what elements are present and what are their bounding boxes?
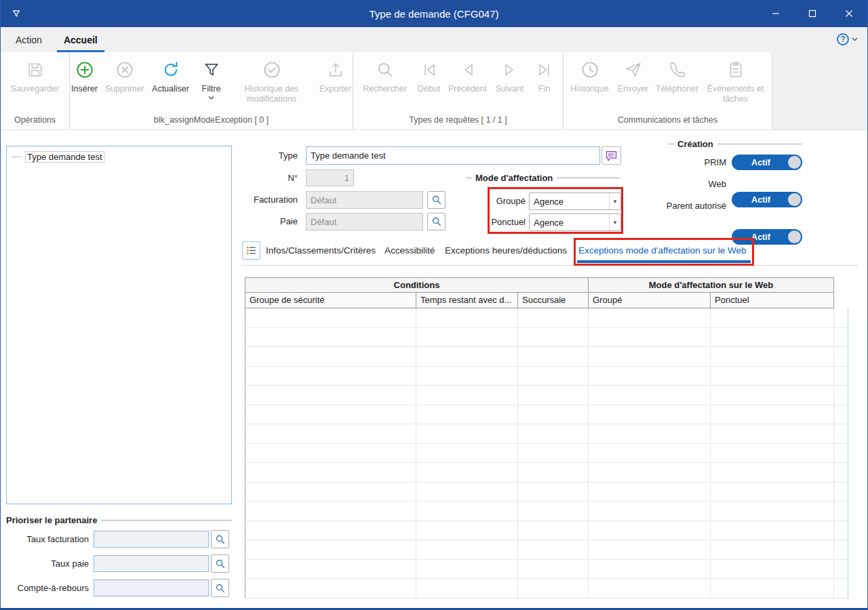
grid-cell[interactable]: [589, 308, 711, 327]
paie-input[interactable]: [306, 213, 423, 230]
grid-cell[interactable]: [245, 483, 416, 502]
grid-row[interactable]: [245, 444, 848, 464]
grid-cell[interactable]: [245, 444, 416, 463]
grid-cell[interactable]: [416, 386, 518, 405]
grid-cell[interactable]: [711, 483, 834, 502]
column-header-succursale[interactable]: Succursale: [517, 292, 589, 308]
grid-cell[interactable]: [518, 444, 589, 463]
facturation-input[interactable]: [306, 191, 423, 209]
events-tasks-button[interactable]: Événements et tâches: [702, 58, 770, 104]
grid-cell[interactable]: [589, 424, 711, 443]
prim-toggle[interactable]: Actif: [732, 155, 802, 170]
list-view-button[interactable]: [242, 241, 260, 260]
taux-paie-lookup-button[interactable]: [211, 554, 229, 573]
help-button[interactable]: ?: [837, 33, 858, 45]
grid-cell[interactable]: [416, 347, 518, 366]
grid-cell[interactable]: [245, 405, 416, 424]
grid-cell[interactable]: [245, 463, 416, 482]
grid-cell[interactable]: [711, 540, 834, 559]
tree-panel[interactable]: Type demande test: [6, 146, 232, 504]
grid-cell[interactable]: [416, 444, 518, 463]
grid-cell[interactable]: [518, 347, 589, 366]
save-button[interactable]: Sauvegarder: [3, 58, 67, 94]
grid-cell[interactable]: [589, 540, 711, 559]
grid-cell[interactable]: [711, 405, 834, 424]
grid-cell[interactable]: [518, 463, 589, 482]
grid-body[interactable]: [245, 308, 848, 598]
grid-cell[interactable]: [711, 502, 834, 521]
last-record-button[interactable]: Fin: [530, 58, 559, 94]
grid-cell[interactable]: [245, 502, 416, 521]
grid-cell[interactable]: [711, 367, 834, 386]
grid-cell[interactable]: [416, 540, 518, 559]
web-toggle[interactable]: Actif: [732, 192, 802, 207]
grid-cell[interactable]: [416, 367, 518, 386]
grid-cell[interactable]: [589, 386, 711, 405]
grid-cell[interactable]: [416, 579, 518, 598]
grid-cell[interactable]: [416, 463, 518, 482]
column-header-groupe[interactable]: Groupé: [588, 292, 711, 308]
grid-cell[interactable]: [518, 386, 589, 405]
grid-cell[interactable]: [416, 405, 518, 424]
grid-cell[interactable]: [245, 308, 416, 327]
grid-cell[interactable]: [589, 367, 711, 386]
grid-cell[interactable]: [416, 502, 518, 521]
grid-row[interactable]: [245, 560, 848, 580]
grid-cell[interactable]: [589, 328, 711, 347]
grid-cell[interactable]: [518, 579, 589, 598]
grid-row[interactable]: [245, 502, 848, 521]
tab-infos-classements-criteres[interactable]: Infos/Classements/Critères: [266, 245, 376, 256]
grid-cell[interactable]: [416, 424, 518, 443]
grid-cell[interactable]: [245, 347, 416, 366]
grid-cell[interactable]: [416, 308, 518, 327]
grid-cell[interactable]: [589, 502, 711, 521]
grid-row[interactable]: [245, 405, 848, 425]
grid-cell[interactable]: [245, 521, 416, 540]
grid-cell[interactable]: [245, 579, 416, 598]
maximize-button[interactable]: [794, 0, 831, 27]
grid-cell[interactable]: [711, 444, 834, 463]
grid-cell[interactable]: [518, 540, 589, 559]
tab-exceptions-heures-deductions[interactable]: Exceptions heures/déductions: [445, 245, 567, 256]
column-header-temps-restant[interactable]: Temps restant avec d...: [416, 292, 518, 308]
grid-cell[interactable]: [518, 502, 589, 521]
taux-facturation-input[interactable]: [94, 531, 209, 548]
comment-button[interactable]: [601, 146, 621, 165]
grid-cell[interactable]: [245, 367, 416, 386]
column-header-groupe-securite[interactable]: Groupe de sécurité: [245, 292, 416, 308]
grid-cell[interactable]: [518, 328, 589, 347]
grid-cell[interactable]: [589, 579, 711, 598]
close-button[interactable]: [831, 0, 867, 27]
send-button[interactable]: Envoyer: [614, 58, 653, 94]
grid-cell[interactable]: [711, 463, 834, 482]
grid-cell[interactable]: [416, 483, 518, 502]
grid-cell[interactable]: [711, 579, 834, 598]
ponctuel-dropdown[interactable]: Agence ▼: [529, 214, 621, 231]
grid-cell[interactable]: [416, 328, 518, 347]
tab-accessibilite[interactable]: Accessibilité: [384, 245, 435, 256]
menu-tab-action[interactable]: Action: [9, 27, 49, 52]
app-icon[interactable]: [12, 9, 21, 18]
next-record-button[interactable]: Suivant: [490, 58, 530, 94]
previous-record-button[interactable]: Précédent: [446, 58, 490, 94]
menu-tab-accueil[interactable]: Accueil: [57, 27, 104, 52]
compte-a-rebours-lookup-button[interactable]: [211, 579, 229, 597]
grid-cell[interactable]: [589, 521, 711, 540]
grid-cell[interactable]: [245, 386, 416, 405]
first-record-button[interactable]: Début: [413, 58, 446, 94]
refresh-button[interactable]: Actualiser: [147, 58, 195, 94]
numero-input[interactable]: [306, 169, 354, 186]
grid-row[interactable]: [245, 579, 848, 598]
grid-cell[interactable]: [589, 405, 711, 424]
grid-row[interactable]: [245, 386, 848, 405]
grid-cell[interactable]: [245, 560, 416, 579]
minimize-button[interactable]: [757, 0, 794, 27]
grid-row[interactable]: [245, 463, 848, 483]
paie-lookup-button[interactable]: [427, 213, 446, 230]
tree-item[interactable]: Type demande test: [7, 146, 231, 167]
delete-button[interactable]: Supprimer: [102, 58, 147, 94]
filter-button[interactable]: Filtre: [195, 58, 229, 100]
grid-cell[interactable]: [711, 347, 834, 366]
grid-cell[interactable]: [245, 328, 416, 347]
grid-row[interactable]: [245, 521, 848, 541]
